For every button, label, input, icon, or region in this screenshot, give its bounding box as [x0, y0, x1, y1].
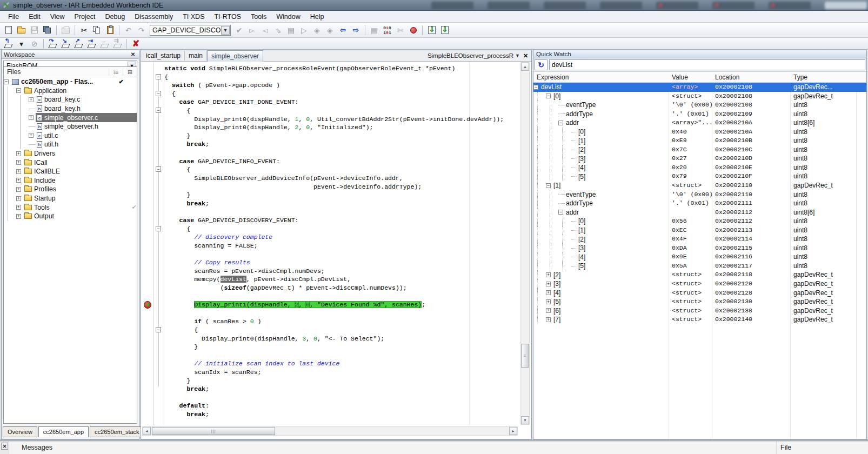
- watch-row-2[interactable]: [2]0x7C0x2000210Cuint8: [533, 145, 866, 155]
- workspace-close-icon[interactable]: ✕: [129, 51, 137, 58]
- build-configuration-combo[interactable]: GAP_DEVICE_DISCOVE▼: [150, 25, 231, 36]
- download-and-debug-icon[interactable]: [425, 24, 438, 36]
- tree-item-icallble[interactable]: +ICallBLE: [4, 167, 137, 176]
- expand-icon[interactable]: +: [546, 282, 551, 286]
- editor-gutter[interactable]: −−−−−−: [142, 62, 164, 425]
- menu-tools[interactable]: Tools: [246, 12, 271, 22]
- expand-icon[interactable]: +: [16, 187, 21, 192]
- sort-order-icon[interactable]: ⁞≡: [109, 69, 123, 76]
- menu-project[interactable]: Project: [70, 12, 101, 22]
- tree-item-icall[interactable]: +ICall: [4, 158, 137, 167]
- code-editor-area[interactable]: −−−−−− static void SimpleBLEObserver_pro…: [142, 62, 518, 425]
- collapse-icon[interactable]: −: [558, 210, 563, 215]
- breakpoint-execution-icon[interactable]: [144, 301, 151, 309]
- watch-row-4[interactable]: +[4]<struct>0x20002128gapDevRec_t: [533, 289, 866, 298]
- fold-collapse-icon[interactable]: −: [156, 108, 161, 113]
- step-over-icon[interactable]: ↷: [46, 38, 59, 49]
- tree-item-util-c[interactable]: +cutil.c: [4, 131, 137, 141]
- watch-row-4[interactable]: [4]0x9E0x20002116uint8: [533, 252, 866, 262]
- copy-icon[interactable]: [91, 24, 103, 36]
- expand-icon[interactable]: +: [29, 97, 34, 102]
- watch-row-5[interactable]: [5]0x5A0x20002117uint8: [533, 262, 866, 271]
- expand-icon[interactable]: +: [16, 214, 21, 219]
- watch-row-0[interactable]: [0]0x560x20002112uint8: [533, 217, 866, 226]
- expand-icon[interactable]: +: [16, 160, 21, 165]
- expand-icon[interactable]: +: [16, 196, 21, 201]
- fold-collapse-icon[interactable]: −: [156, 91, 161, 96]
- tree-item-include[interactable]: +Include: [4, 176, 137, 185]
- workspace-tab-cc2650em_stack[interactable]: cc2650em_stack: [90, 426, 144, 437]
- collapse-icon[interactable]: −: [16, 88, 21, 93]
- browse-back-icon[interactable]: ⇦: [337, 24, 349, 36]
- collapse-icon[interactable]: −: [546, 94, 551, 98]
- watch-row-addr[interactable]: −addr<array>"...0x2000210Auint8[6]: [533, 118, 866, 128]
- tree-item-cc2650em-app-flas-[interactable]: −cc2650em_app - Flas...✔: [4, 77, 137, 86]
- breakpoint-toggle-icon[interactable]: [407, 24, 419, 36]
- menu-help[interactable]: Help: [305, 12, 329, 22]
- stop-debugging-icon[interactable]: ✘: [130, 38, 142, 49]
- horizontal-scroll-thumb[interactable]: |||: [152, 427, 275, 435]
- tree-item-drivers[interactable]: +Drivers: [4, 149, 137, 158]
- menu-ti-rtos[interactable]: TI-RTOS: [209, 12, 246, 22]
- watch-expression-input[interactable]: [549, 59, 865, 70]
- expand-icon[interactable]: +: [29, 133, 34, 138]
- reset-icon[interactable]: ↰: [2, 38, 15, 49]
- tree-item-board-key-c[interactable]: +cboard_key.c: [4, 95, 137, 104]
- watch-row-3[interactable]: [3]0xDA0x20002115uint8: [533, 244, 866, 253]
- watch-row-3[interactable]: [3]0x270x2000210Duint8: [533, 154, 866, 163]
- watch-row-0[interactable]: −[0]<struct>0x20002108gapDevRec_t: [533, 92, 866, 101]
- workspace-tab-overview[interactable]: Overview: [3, 426, 37, 437]
- expand-icon[interactable]: +: [16, 169, 21, 174]
- paste-icon[interactable]: [104, 24, 116, 36]
- expand-icon[interactable]: +: [29, 115, 34, 120]
- menu-file[interactable]: File: [3, 12, 24, 22]
- workspace-tab-cc2650em_app[interactable]: cc2650em_app: [38, 426, 89, 437]
- scroll-left-icon[interactable]: ◄: [143, 427, 151, 435]
- reset-dropdown-icon[interactable]: ▾: [15, 38, 28, 49]
- expand-icon[interactable]: +: [546, 290, 551, 295]
- watch-row-0[interactable]: [0]0x400x2000210Auint8: [533, 128, 866, 137]
- next-statement-icon[interactable]: ⇥: [85, 38, 98, 49]
- chevron-down-icon[interactable]: ▼: [221, 26, 230, 35]
- menu-edit[interactable]: Edit: [24, 12, 45, 22]
- expand-icon[interactable]: +: [546, 272, 551, 277]
- menu-disassembly[interactable]: Disassembly: [130, 12, 178, 22]
- watch-row-3[interactable]: +[3]<struct>0x20002120gapDevRec_t: [533, 279, 866, 289]
- scroll-right-icon[interactable]: ►: [509, 427, 517, 435]
- collapse-icon[interactable]: −: [533, 85, 538, 90]
- collapse-icon[interactable]: −: [546, 183, 551, 188]
- recalculate-icon[interactable]: ↻: [535, 59, 547, 70]
- debug-without-downloading-icon[interactable]: [438, 24, 451, 36]
- editor-close-icon[interactable]: ✕: [522, 52, 530, 59]
- messages-close-icon[interactable]: ✕: [1, 443, 8, 450]
- expand-icon[interactable]: +: [16, 205, 21, 210]
- tree-item-startup[interactable]: +Startup: [4, 194, 137, 203]
- collapse-icon[interactable]: −: [558, 121, 563, 125]
- watch-row-6[interactable]: +[6]<struct>0x20002138gapDevRec_t: [533, 306, 866, 316]
- expand-icon[interactable]: +: [16, 151, 21, 156]
- watch-row-5[interactable]: [5]0x790x2000210Fuint8: [533, 172, 866, 181]
- view-binary-icon[interactable]: 010101: [381, 24, 393, 36]
- browse-forward-icon[interactable]: ⇨: [350, 24, 362, 36]
- tree-item-profiles[interactable]: +Profiles: [4, 185, 137, 194]
- scroll-down-icon[interactable]: ▼: [521, 416, 529, 424]
- menu-view[interactable]: View: [45, 12, 70, 22]
- tree-item-tools[interactable]: +Tools✔: [4, 203, 137, 212]
- editor-tab-simple_observer[interactable]: simple_observer: [207, 50, 263, 62]
- menu-window[interactable]: Window: [271, 12, 305, 22]
- watch-row-5[interactable]: +[5]<struct>0x20002130gapDevRec_t: [533, 297, 866, 306]
- tree-item-util-h[interactable]: hutil.h: [4, 140, 137, 149]
- watch-row-devList[interactable]: −devList<array>0x20002108gapDevRec...: [533, 83, 866, 92]
- scroll-up-icon[interactable]: ▲: [521, 63, 529, 71]
- watch-row-addrType[interactable]: addrType'.' (0x01)0x20002109uint8: [533, 110, 866, 119]
- expand-icon[interactable]: +: [546, 317, 551, 322]
- tree-item-simple-observer-c[interactable]: +csimple_observer.c: [4, 113, 137, 122]
- menu-debug[interactable]: Debug: [100, 12, 130, 22]
- editor-horizontal-scrollbar[interactable]: ◄ ||| ►: [142, 426, 518, 436]
- watch-row-eventType[interactable]: eventType'\0' (0x00)0x20002108uint8: [533, 101, 866, 110]
- expand-icon[interactable]: +: [16, 178, 21, 183]
- editor-vertical-scrollbar[interactable]: ▲ ≡ ▼: [520, 62, 530, 425]
- watch-row-eventType[interactable]: eventType'\0' (0x00)0x20002110uint8: [533, 190, 866, 199]
- editor-tab-main[interactable]: main: [185, 51, 207, 61]
- watch-row-addr[interactable]: −addr0x20002112uint8[6]: [533, 208, 866, 217]
